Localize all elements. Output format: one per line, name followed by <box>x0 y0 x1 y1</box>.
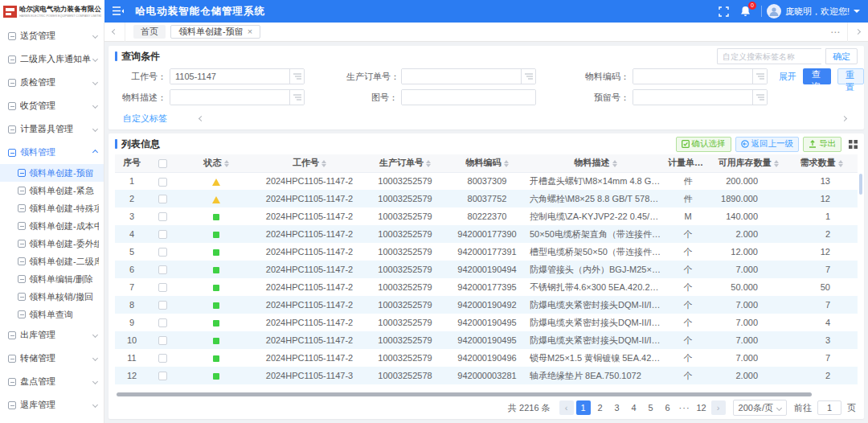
col-header-order-no[interactable]: 生产订单号 <box>362 154 448 172</box>
avatar[interactable] <box>767 4 781 18</box>
row-checkbox[interactable] <box>158 318 167 327</box>
row-checkbox[interactable] <box>158 212 167 221</box>
sidebar-subitem[interactable]: 领料单创建-特殊项目 <box>0 199 104 217</box>
row-checkbox[interactable] <box>158 283 167 292</box>
sidebar-subitem[interactable]: 领料单创建-二级库 <box>0 253 104 270</box>
tags-scroll-right-icon[interactable] <box>841 116 847 121</box>
sort-icon[interactable] <box>321 158 326 170</box>
sort-icon[interactable] <box>612 158 617 170</box>
filter-icon[interactable] <box>752 69 767 84</box>
sidebar-subitem[interactable]: 领料单创建-委外组件 <box>0 235 104 253</box>
custom-tags-label[interactable]: 自定义标签 <box>123 113 167 125</box>
sidebar-item[interactable]: 送货管理 <box>0 24 104 47</box>
sidebar-item[interactable]: 收货管理 <box>0 94 104 117</box>
filter-icon[interactable] <box>521 69 535 84</box>
sidebar-item[interactable]: 出库管理 <box>0 323 104 347</box>
row-checkbox[interactable] <box>158 230 167 239</box>
page-button-1[interactable]: 1 <box>576 400 591 415</box>
col-header-demand[interactable]: 需求数量 <box>785 154 858 172</box>
goto-page-input[interactable] <box>817 400 841 415</box>
table-row[interactable]: 12 2024HPC1105-1147-3 10003252578 942000… <box>115 367 858 384</box>
sidebar-subitem[interactable]: 领料单创建-紧急 <box>0 182 104 199</box>
reset-button[interactable]: 重 置 <box>837 68 864 84</box>
sort-icon[interactable] <box>706 158 710 170</box>
vertical-scrollbar[interactable] <box>859 174 862 270</box>
sidebar-item[interactable]: 盘点管理 <box>0 370 104 393</box>
back-button[interactable]: 返回上一级 <box>735 137 800 152</box>
table-row[interactable]: 6 2024HPC1105-1147-2 10003252579 9420001… <box>115 261 858 278</box>
collapse-sidebar-icon[interactable] <box>113 6 124 16</box>
order-no-input[interactable] <box>402 69 521 84</box>
sidebar-item[interactable]: 二级库入库通知单 <box>0 47 104 71</box>
close-tab-icon[interactable]: × <box>248 27 252 36</box>
table-row[interactable]: 4 2024HPC1105-1147-2 10003252579 9420001… <box>115 225 858 243</box>
page-button-2[interactable]: 2 <box>593 400 608 415</box>
row-checkbox[interactable] <box>158 265 167 274</box>
row-checkbox[interactable] <box>158 178 167 187</box>
row-checkbox[interactable] <box>158 336 167 345</box>
sidebar-item[interactable]: 质检管理 <box>0 71 104 94</box>
col-header-work-no[interactable]: 工作号 <box>256 154 362 172</box>
col-header-stock[interactable]: 可用库存数量 <box>711 154 785 172</box>
page-button-3[interactable]: 3 <box>610 400 624 415</box>
sidebar-subitem[interactable]: 领料单查询 <box>0 306 104 323</box>
col-header-material-desc[interactable]: 物料描述 <box>526 154 665 172</box>
filter-icon[interactable] <box>289 69 304 84</box>
row-checkbox[interactable] <box>158 195 167 203</box>
confirm-select-button[interactable]: 确认选择 <box>676 137 731 152</box>
row-checkbox[interactable] <box>158 354 167 363</box>
table-row[interactable]: 3 2024HPC1105-1147-2 10003252579 8022237… <box>115 207 858 225</box>
table-row[interactable]: 1 2024HPC1105-1147-2 10003252579 8003730… <box>115 172 858 190</box>
row-checkbox[interactable] <box>158 248 167 257</box>
fullscreen-icon[interactable] <box>719 6 729 17</box>
col-header-status[interactable]: 状态 <box>176 154 256 172</box>
sidebar-item[interactable]: 退库管理 <box>0 393 104 417</box>
sidebar-subitem[interactable]: 领料单编辑/删除 <box>0 270 104 288</box>
sort-icon[interactable] <box>426 158 431 170</box>
col-header-material-code[interactable]: 物料编码 <box>448 154 526 172</box>
table-row[interactable]: 10 2024HPC1105-1147-2 10003252579 942000… <box>115 331 858 349</box>
table-row[interactable]: 7 2024HPC1105-1147-2 10003252579 9420001… <box>115 278 858 296</box>
table-row[interactable]: 5 2024HPC1105-1147-2 10003252579 9420001… <box>115 243 858 261</box>
material-code-input[interactable] <box>633 69 752 84</box>
custom-tag-name-input[interactable] <box>717 48 821 64</box>
expand-link[interactable]: 展开 <box>779 71 796 83</box>
sidebar-subitem[interactable]: 领料单核销/撤回 <box>0 288 104 306</box>
confirm-tag-button[interactable]: 确定 <box>825 48 858 64</box>
next-page-button[interactable]: › <box>711 400 726 415</box>
tab-requisition-reserve[interactable]: 领料单创建-预留× <box>170 25 260 39</box>
filter-icon[interactable] <box>289 90 304 105</box>
table-row[interactable]: 9 2024HPC1105-1147-2 10003252579 9420001… <box>115 314 858 331</box>
page-ellipsis[interactable]: ··· <box>678 400 692 415</box>
page-button-5[interactable]: 5 <box>644 400 658 415</box>
tab-home[interactable]: 首页 <box>133 25 166 39</box>
table-row[interactable]: 2 2024HPC1105-1147-2 10003252579 8003775… <box>115 190 858 207</box>
tab-scroll-right[interactable] <box>847 23 868 42</box>
col-header-unit[interactable]: 计量单位 <box>665 154 711 172</box>
sort-icon[interactable] <box>504 158 509 170</box>
table-row[interactable]: 11 2024HPC1105-1147-2 10003252579 942000… <box>115 349 858 367</box>
tags-scroll-left-icon[interactable] <box>199 116 204 121</box>
row-checkbox[interactable] <box>158 301 167 310</box>
column-settings-icon[interactable] <box>849 140 858 149</box>
sidebar-subitem[interactable]: 领料单创建-预留 <box>0 164 104 182</box>
tab-scroll-left[interactable] <box>104 23 125 42</box>
drawing-no-input[interactable] <box>402 90 535 105</box>
notification-bell-icon[interactable]: 0 <box>740 6 751 17</box>
work-no-input[interactable] <box>170 69 289 84</box>
page-button-6[interactable]: 6 <box>661 400 675 415</box>
export-button[interactable]: 导出 <box>803 137 841 152</box>
table-row[interactable]: 8 2024HPC1105-1147-2 10003252579 9420001… <box>115 296 858 314</box>
sidebar-item[interactable]: 领料管理 <box>0 141 104 164</box>
filter-icon[interactable] <box>752 90 767 105</box>
page-button-12[interactable]: 12 <box>694 400 709 415</box>
row-checkbox[interactable] <box>158 372 167 380</box>
prev-page-button[interactable]: ‹ <box>559 400 574 415</box>
page-button-4[interactable]: 4 <box>627 400 641 415</box>
page-size-select[interactable]: 200条/页 <box>733 400 787 416</box>
search-button[interactable]: 查 询 <box>803 68 831 84</box>
sort-icon[interactable] <box>838 158 843 170</box>
sort-icon[interactable] <box>224 158 229 170</box>
sidebar-subitem[interactable]: 领料单创建-成本中心 <box>0 217 104 235</box>
select-all-checkbox[interactable] <box>158 159 167 168</box>
